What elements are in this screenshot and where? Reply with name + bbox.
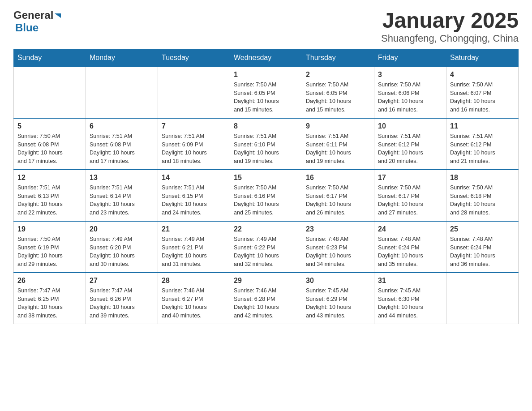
day-number: 6 (90, 122, 154, 130)
calendar-cell: 8Sunrise: 7:51 AM Sunset: 6:10 PM Daylig… (230, 118, 302, 170)
day-number: 27 (90, 277, 154, 285)
logo-blue-text: Blue (15, 21, 39, 34)
calendar-table: SundayMondayTuesdayWednesdayThursdayFrid… (13, 49, 519, 324)
day-info: Sunrise: 7:48 AM Sunset: 6:23 PM Dayligh… (306, 235, 370, 269)
day-number: 18 (450, 174, 515, 182)
day-info: Sunrise: 7:46 AM Sunset: 6:27 PM Dayligh… (162, 287, 226, 320)
calendar-cell: 31Sunrise: 7:45 AM Sunset: 6:30 PM Dayli… (374, 273, 446, 324)
day-info: Sunrise: 7:50 AM Sunset: 6:17 PM Dayligh… (378, 184, 442, 217)
day-info: Sunrise: 7:50 AM Sunset: 6:05 PM Dayligh… (306, 81, 370, 114)
calendar-header: SundayMondayTuesdayWednesdayThursdayFrid… (14, 49, 519, 67)
calendar-cell: 1Sunrise: 7:50 AM Sunset: 6:05 PM Daylig… (230, 67, 302, 118)
day-info: Sunrise: 7:51 AM Sunset: 6:14 PM Dayligh… (90, 184, 154, 217)
day-info: Sunrise: 7:51 AM Sunset: 6:09 PM Dayligh… (162, 132, 226, 166)
calendar-cell: 29Sunrise: 7:46 AM Sunset: 6:28 PM Dayli… (230, 273, 302, 324)
day-info: Sunrise: 7:50 AM Sunset: 6:17 PM Dayligh… (306, 184, 370, 217)
calendar-body: 1Sunrise: 7:50 AM Sunset: 6:05 PM Daylig… (14, 67, 519, 324)
day-info: Sunrise: 7:50 AM Sunset: 6:16 PM Dayligh… (234, 184, 298, 217)
day-number: 13 (90, 174, 154, 182)
calendar-cell: 25Sunrise: 7:48 AM Sunset: 6:24 PM Dayli… (446, 221, 519, 273)
day-number: 23 (306, 225, 370, 233)
day-of-week-thursday: Thursday (302, 49, 374, 67)
day-info: Sunrise: 7:50 AM Sunset: 6:07 PM Dayligh… (450, 81, 515, 114)
calendar-cell: 9Sunrise: 7:51 AM Sunset: 6:11 PM Daylig… (302, 118, 374, 170)
day-info: Sunrise: 7:45 AM Sunset: 6:29 PM Dayligh… (306, 287, 370, 320)
calendar-cell: 14Sunrise: 7:51 AM Sunset: 6:15 PM Dayli… (158, 170, 230, 221)
day-number: 29 (234, 277, 298, 285)
day-of-week-monday: Monday (86, 49, 158, 67)
day-number: 17 (378, 174, 442, 182)
day-info: Sunrise: 7:50 AM Sunset: 6:19 PM Dayligh… (17, 235, 82, 269)
day-info: Sunrise: 7:50 AM Sunset: 6:05 PM Dayligh… (234, 81, 298, 114)
calendar-cell (86, 67, 158, 118)
day-number: 22 (234, 225, 298, 233)
day-number: 3 (378, 71, 442, 79)
calendar-cell: 17Sunrise: 7:50 AM Sunset: 6:17 PM Dayli… (374, 170, 446, 221)
day-of-week-saturday: Saturday (446, 49, 519, 67)
day-number: 8 (234, 122, 298, 130)
day-info: Sunrise: 7:51 AM Sunset: 6:15 PM Dayligh… (162, 184, 226, 217)
calendar-week-3: 12Sunrise: 7:51 AM Sunset: 6:13 PM Dayli… (14, 170, 519, 221)
day-number: 15 (234, 174, 298, 182)
day-info: Sunrise: 7:51 AM Sunset: 6:11 PM Dayligh… (306, 132, 370, 166)
day-number: 26 (17, 277, 82, 285)
day-info: Sunrise: 7:50 AM Sunset: 6:06 PM Dayligh… (378, 81, 442, 114)
calendar-cell: 6Sunrise: 7:51 AM Sunset: 6:08 PM Daylig… (86, 118, 158, 170)
calendar-week-1: 1Sunrise: 7:50 AM Sunset: 6:05 PM Daylig… (14, 67, 519, 118)
page-title: January 2025 (381, 9, 519, 33)
day-info: Sunrise: 7:51 AM Sunset: 6:12 PM Dayligh… (450, 132, 515, 166)
calendar-cell: 16Sunrise: 7:50 AM Sunset: 6:17 PM Dayli… (302, 170, 374, 221)
calendar-cell: 28Sunrise: 7:46 AM Sunset: 6:27 PM Dayli… (158, 273, 230, 324)
calendar-cell: 3Sunrise: 7:50 AM Sunset: 6:06 PM Daylig… (374, 67, 446, 118)
day-number: 25 (450, 225, 515, 233)
calendar-cell: 20Sunrise: 7:49 AM Sunset: 6:20 PM Dayli… (86, 221, 158, 273)
day-info: Sunrise: 7:48 AM Sunset: 6:24 PM Dayligh… (378, 235, 442, 269)
day-info: Sunrise: 7:47 AM Sunset: 6:26 PM Dayligh… (90, 287, 154, 320)
calendar-week-5: 26Sunrise: 7:47 AM Sunset: 6:25 PM Dayli… (14, 273, 519, 324)
calendar-cell: 7Sunrise: 7:51 AM Sunset: 6:09 PM Daylig… (158, 118, 230, 170)
calendar-cell: 19Sunrise: 7:50 AM Sunset: 6:19 PM Dayli… (14, 221, 86, 273)
calendar-cell: 2Sunrise: 7:50 AM Sunset: 6:05 PM Daylig… (302, 67, 374, 118)
calendar-cell: 11Sunrise: 7:51 AM Sunset: 6:12 PM Dayli… (446, 118, 519, 170)
day-info: Sunrise: 7:51 AM Sunset: 6:10 PM Dayligh… (234, 132, 298, 166)
title-block: January 2025 Shuangfeng, Chongqing, Chin… (381, 9, 519, 44)
calendar-cell: 23Sunrise: 7:48 AM Sunset: 6:23 PM Dayli… (302, 221, 374, 273)
calendar-cell (446, 273, 519, 324)
day-info: Sunrise: 7:48 AM Sunset: 6:24 PM Dayligh… (450, 235, 515, 269)
calendar-cell: 27Sunrise: 7:47 AM Sunset: 6:26 PM Dayli… (86, 273, 158, 324)
day-info: Sunrise: 7:51 AM Sunset: 6:12 PM Dayligh… (378, 132, 442, 166)
day-info: Sunrise: 7:49 AM Sunset: 6:22 PM Dayligh… (234, 235, 298, 269)
logo-arrow-icon (55, 12, 63, 20)
day-number: 9 (306, 122, 370, 130)
day-number: 10 (378, 122, 442, 130)
calendar-cell: 13Sunrise: 7:51 AM Sunset: 6:14 PM Dayli… (86, 170, 158, 221)
page-header: General Blue January 2025 Shuangfeng, Ch… (13, 9, 519, 44)
calendar-week-2: 5Sunrise: 7:50 AM Sunset: 6:08 PM Daylig… (14, 118, 519, 170)
calendar-cell: 24Sunrise: 7:48 AM Sunset: 6:24 PM Dayli… (374, 221, 446, 273)
day-number: 11 (450, 122, 515, 130)
calendar-cell: 10Sunrise: 7:51 AM Sunset: 6:12 PM Dayli… (374, 118, 446, 170)
page-subtitle: Shuangfeng, Chongqing, China (381, 33, 519, 44)
calendar-cell (158, 67, 230, 118)
calendar-cell: 26Sunrise: 7:47 AM Sunset: 6:25 PM Dayli… (14, 273, 86, 324)
day-info: Sunrise: 7:51 AM Sunset: 6:13 PM Dayligh… (17, 184, 82, 217)
day-info: Sunrise: 7:51 AM Sunset: 6:08 PM Dayligh… (90, 132, 154, 166)
calendar-cell: 5Sunrise: 7:50 AM Sunset: 6:08 PM Daylig… (14, 118, 86, 170)
calendar-cell: 12Sunrise: 7:51 AM Sunset: 6:13 PM Dayli… (14, 170, 86, 221)
calendar-cell (14, 67, 86, 118)
day-number: 4 (450, 71, 515, 79)
day-number: 28 (162, 277, 226, 285)
day-number: 1 (234, 71, 298, 79)
day-number: 30 (306, 277, 370, 285)
logo-general-text: General (13, 9, 53, 21)
day-of-week-friday: Friday (374, 49, 446, 67)
calendar-cell: 22Sunrise: 7:49 AM Sunset: 6:22 PM Dayli… (230, 221, 302, 273)
calendar-cell: 4Sunrise: 7:50 AM Sunset: 6:07 PM Daylig… (446, 67, 519, 118)
day-number: 19 (17, 225, 82, 233)
calendar-cell: 21Sunrise: 7:49 AM Sunset: 6:21 PM Dayli… (158, 221, 230, 273)
day-number: 21 (162, 225, 226, 233)
day-number: 14 (162, 174, 226, 182)
day-info: Sunrise: 7:50 AM Sunset: 6:08 PM Dayligh… (17, 132, 82, 166)
day-number: 24 (378, 225, 442, 233)
day-number: 20 (90, 225, 154, 233)
